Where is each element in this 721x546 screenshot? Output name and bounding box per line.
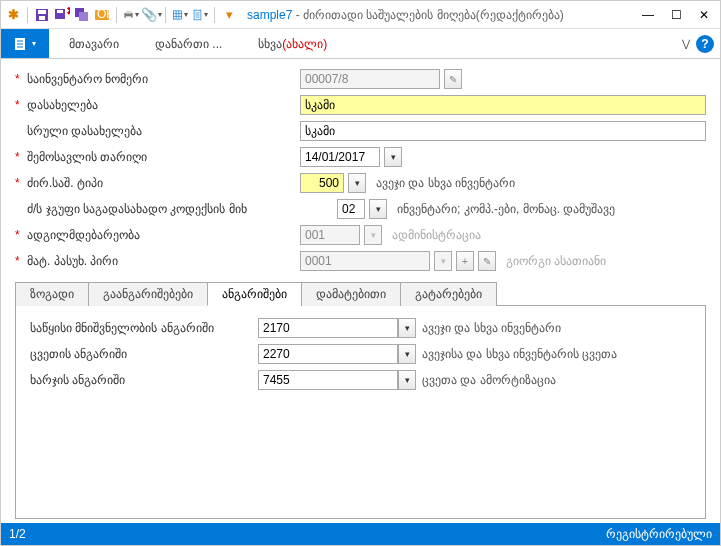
resp-description: გიორგი ასათიანი xyxy=(500,254,606,268)
label-type: ძირ.საშ. ტიპი xyxy=(25,176,300,190)
svg-rect-2 xyxy=(39,16,45,20)
label-inventory: საინვენტარო ნომერი xyxy=(25,72,300,86)
input-acc-initial[interactable] xyxy=(258,318,398,338)
required-mark: * xyxy=(15,98,25,112)
acc-depr-dropdown-icon[interactable]: ▾ xyxy=(398,344,416,364)
required-mark: * xyxy=(15,228,25,242)
help-button[interactable]: ? xyxy=(696,35,714,53)
resp-edit-icon: ✎ xyxy=(478,251,496,271)
account-row-expense: ხარჯის ანგარიში ▾ ცვეთა და ამორტიზაცია xyxy=(26,368,695,392)
app-icon: ✱ xyxy=(5,7,21,23)
expand-caret-icon[interactable]: ⋁ xyxy=(682,38,690,49)
file-menu-button[interactable]: ▾ xyxy=(1,29,49,58)
status-bar: 1/2 რეგისტრირებული xyxy=(1,523,720,545)
menu-main[interactable]: მთავარი xyxy=(65,31,123,57)
input-location xyxy=(300,225,360,245)
acc-expense-desc: ცვეთა და ამორტიზაცია xyxy=(416,373,556,387)
tab-strip: ზოგადი გაანგარიშებები ანგარიშები დამატებ… xyxy=(15,281,706,306)
label-name: დასახელება xyxy=(25,98,300,112)
label-location: ადგილმდებარეობა xyxy=(25,228,300,242)
group-description: ინვენტარი; კომპ.-ები, მონაც. დამუშავე xyxy=(391,202,615,216)
svg-rect-7 xyxy=(79,12,88,21)
acc-expense-dropdown-icon[interactable]: ▾ xyxy=(398,370,416,390)
menu-other[interactable]: სხვა(ახალი) xyxy=(254,31,331,57)
svg-rect-1 xyxy=(38,10,46,14)
save-copy-icon[interactable] xyxy=(74,7,90,23)
close-button[interactable]: ✕ xyxy=(692,4,716,26)
input-group[interactable] xyxy=(337,199,365,219)
type-description: ავეჯი და სხვა ინვენტარი xyxy=(370,176,515,190)
acc-initial-desc: ავეჯი და სხვა ინვენტარი xyxy=(416,321,561,335)
date-picker-icon[interactable]: ▾ xyxy=(384,147,402,167)
acc-initial-dropdown-icon[interactable]: ▾ xyxy=(398,318,416,338)
required-mark: * xyxy=(15,150,25,164)
row-name: * დასახელება xyxy=(15,93,706,117)
input-acc-depr[interactable] xyxy=(258,344,398,364)
minimize-button[interactable]: ― xyxy=(636,4,660,26)
row-inventory: * საინვენტარო ნომერი ✎ xyxy=(15,67,706,91)
required-mark: * xyxy=(15,176,25,190)
grid-dropdown-icon[interactable]: ▾ xyxy=(172,7,188,23)
input-date[interactable] xyxy=(300,147,380,167)
point-down-icon[interactable]: ▾ xyxy=(221,7,237,23)
row-type: * ძირ.საშ. ტიპი ▾ ავეჯი და სხვა ინვენტარ… xyxy=(15,171,706,195)
input-acc-expense[interactable] xyxy=(258,370,398,390)
separator xyxy=(165,7,166,23)
input-fullname[interactable] xyxy=(300,121,706,141)
row-fullname: სრული დასახელება xyxy=(15,119,706,143)
svg-rect-12 xyxy=(126,16,132,19)
input-type[interactable] xyxy=(300,173,344,193)
svg-rect-13 xyxy=(173,10,181,18)
separator xyxy=(116,7,117,23)
row-location: * ადგილმდებარეობა ▾ ადმინისტრაცია xyxy=(15,223,706,247)
save-plus-icon[interactable]: ✖ xyxy=(54,7,70,23)
menu-addon[interactable]: დანართი ... xyxy=(151,31,226,57)
required-mark: * xyxy=(15,254,25,268)
label-fullname: სრული დასახელება xyxy=(25,124,300,138)
row-date: * შემოსავლის თარიღი ▾ xyxy=(15,145,706,169)
window-title: sample7 - ძირითადი საშუალების მიღება(რედ… xyxy=(241,7,632,22)
edit-lock-icon[interactable]: ✎ xyxy=(444,69,462,89)
label-group: ძ/ს ჯგუფი საგადასახადო კოდექსის მიხ xyxy=(25,202,337,216)
row-group: ძ/ს ჯგუფი საგადასახადო კოდექსის მიხ ▾ ინ… xyxy=(15,197,706,221)
svg-text:✖: ✖ xyxy=(66,7,70,18)
label-responsible: მატ. პასუხ. პირი xyxy=(25,254,300,268)
row-responsible: * მატ. პასუხ. პირი ▾ + ✎ გიორგი ასათიანი xyxy=(15,249,706,273)
save-icon[interactable] xyxy=(34,7,50,23)
svg-rect-11 xyxy=(126,10,132,13)
menu-other-new: (ახალი) xyxy=(282,37,327,51)
menu-items: მთავარი დანართი ... სხვა(ახალი) xyxy=(49,29,682,58)
account-row-depr: ცვეთის ანგარიში ▾ ავეჯისა და სხვა ინვენტ… xyxy=(26,342,695,366)
required-mark xyxy=(15,124,25,138)
attach-dropdown-icon[interactable]: 📎▾ xyxy=(143,7,159,23)
status-page: 1/2 xyxy=(9,527,26,541)
group-dropdown-icon[interactable]: ▾ xyxy=(369,199,387,219)
maximize-button[interactable]: ☐ xyxy=(664,4,688,26)
tab-calculations[interactable]: გაანგარიშებები xyxy=(88,282,208,306)
tab-body: საწყისი მნიშვნელობის ანგარიში ▾ ავეჯი და… xyxy=(15,306,706,519)
input-responsible xyxy=(300,251,430,271)
resp-dropdown-icon: ▾ xyxy=(434,251,452,271)
doc-dropdown-icon[interactable]: ▾ xyxy=(192,7,208,23)
orf-icon[interactable]: ORF xyxy=(94,7,110,23)
tab-transactions[interactable]: გატარებები xyxy=(400,282,497,306)
account-row-initial: საწყისი მნიშვნელობის ანგარიში ▾ ავეჯი და… xyxy=(26,316,695,340)
type-dropdown-icon[interactable]: ▾ xyxy=(348,173,366,193)
print-dropdown-icon[interactable]: ▾ xyxy=(123,7,139,23)
required-mark xyxy=(15,202,25,216)
label-acc-depr: ცვეთის ანგარიში xyxy=(26,347,258,361)
title-bar: ✱ ✖ ORF ▾ 📎▾ ▾ ▾ ▾ sample7 - ძირითადი სა… xyxy=(1,1,720,29)
form-area: * საინვენტარო ნომერი ✎ * დასახელება სრულ… xyxy=(1,59,720,523)
status-right: რეგისტრირებული xyxy=(606,527,712,541)
separator xyxy=(214,7,215,23)
acc-depr-desc: ავეჯისა და სხვა ინვენტარის ცვეთა xyxy=(416,347,617,361)
separator xyxy=(27,7,28,23)
location-description: ადმინისტრაცია xyxy=(386,228,481,242)
input-inventory xyxy=(300,69,440,89)
input-name[interactable] xyxy=(300,95,706,115)
tab-accounts[interactable]: ანგარიშები xyxy=(207,282,302,306)
tab-general[interactable]: ზოგადი xyxy=(15,282,89,306)
menu-other-text: სხვა xyxy=(258,37,282,51)
tab-additional[interactable]: დამატებითი xyxy=(301,282,401,306)
label-date: შემოსავლის თარიღი xyxy=(25,150,300,164)
